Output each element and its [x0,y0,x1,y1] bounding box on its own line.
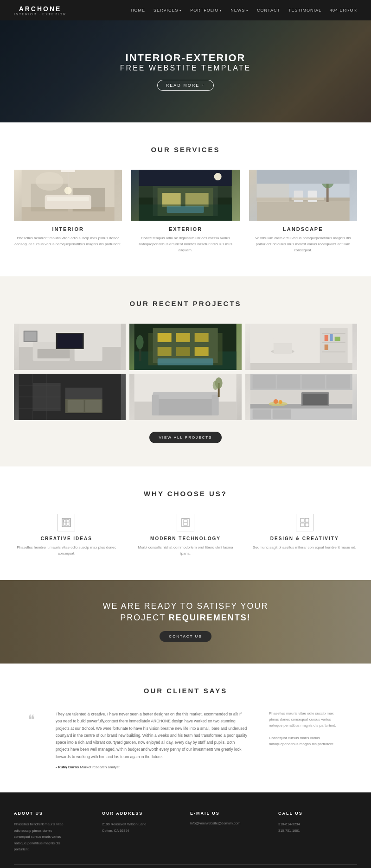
site-footer: ABOUT US Phasellus hendrerit mauris vita… [0,792,371,868]
nav-news[interactable]: NEWS [230,8,249,13]
nav-contact[interactable]: CONTACT [257,8,280,13]
services-grid: INTERIOR Phasellus hendrerit mauris vita… [14,170,357,253]
cta-text-line2: PROJECT REQUIREMENTS! [102,613,268,623]
svg-rect-99 [302,394,327,405]
svg-rect-7 [61,170,75,172]
hero-subtitle: FREE WEBSTITE TEMPLATE [120,64,251,72]
svg-rect-23 [294,191,303,202]
cta-section: WE ARE READY TO SATISFY YOUR PROJECT REQ… [0,580,371,664]
svg-rect-6 [47,197,89,201]
service-interior-name: INTERIOR [14,226,122,232]
testimonial-sidebar: Phasellus mauris vitae odio suscip max p… [260,711,343,754]
svg-rect-60 [334,337,340,341]
svg-rect-113 [305,523,309,527]
svg-rect-29 [256,170,349,184]
testimonial-author: - Ruby Burns Market research analyst [56,765,248,769]
why-title: WHY CHOOSE US? [14,490,357,498]
testimonial-title: OUR CLIENT SAYS [28,687,343,695]
project-item-5[interactable] [129,374,241,420]
projects-title: OUR RECENT PROJECTS [14,300,357,307]
project-item-4[interactable] [14,374,126,420]
svg-rect-38 [25,332,37,341]
footer-about-content: Phasellus hendrerit mauris vitae odio su… [14,821,93,853]
svg-rect-110 [301,518,304,522]
svg-rect-92 [301,375,325,389]
svg-rect-36 [58,334,83,348]
projects-section: OUR RECENT PROJECTS [0,276,371,466]
service-interior-image [14,170,122,221]
svg-rect-44 [176,333,190,342]
testimonial-quote: They are talented & creative. I have nev… [56,711,248,760]
svg-rect-56 [322,342,345,343]
design-creativity-icon [296,514,313,531]
svg-rect-105 [67,520,69,525]
footer-email-title: E-MAIL US [190,811,269,816]
service-interior-desc: Phasellus hendrerit mauris vitae odio su… [14,236,122,248]
svg-rect-72 [85,400,102,412]
testimonial-side-desc-1: Phasellus mauris vitae odio suscip max p… [269,711,343,728]
why-design-title: DESIGN & CREATIVITY [252,536,357,541]
project-item-6[interactable] [245,374,357,420]
svg-point-3 [36,172,64,191]
svg-rect-64 [272,338,293,343]
service-landscape-name: LANDSCAPE [249,226,357,232]
svg-point-100 [269,402,287,406]
svg-rect-45 [195,333,209,342]
nav-services[interactable]: SERVICES [154,8,182,13]
why-choose-us-section: WHY CHOOSE US? CREATIVE IDEAS Phasellus … [0,466,371,580]
why-item-design: DESIGN & CREATIVITY Sedmunc sagit phasel… [252,514,357,557]
svg-rect-48 [195,347,209,356]
project-item-3[interactable] [245,324,357,370]
testimonial-main: They are talented & creative. I have nev… [56,711,248,769]
nav-404[interactable]: 404 ERROR [330,8,357,13]
hero-content: INTERIOR-EXTERIOR FREE WEBSTITE TEMPLATE… [120,52,251,91]
why-technology-title: MODERN TECHNOLOGY [133,536,238,541]
svg-rect-57 [322,351,345,352]
service-landscape-desc: Vestibulum diam arcu varius natoquepenat… [249,236,357,253]
view-all-projects-button[interactable]: VIEW ALL PROJECTS [149,432,221,443]
svg-rect-83 [212,395,219,415]
footer-about-title: ABOUT US [14,811,93,816]
nav-portfolio[interactable]: PORTFOLIO [190,8,222,13]
footer-email: E-MAIL US info@yourwebsite@domain.com [190,811,269,853]
footer-grid: ABOUT US Phasellus hendrerit mauris vita… [14,811,357,853]
footer-phone: CALL US 310-614-3234 310-751-1661 [278,811,357,853]
cta-text-line1: WE ARE READY TO SATISFY YOUR [102,601,268,611]
service-exterior-name: EXTERIOR [131,226,239,232]
svg-rect-96 [252,409,271,419]
cta-project-label: PROJECT [120,613,166,622]
modern-technology-icon [177,514,194,531]
svg-rect-25 [291,198,324,200]
hero-read-more-button[interactable]: READ MORE + [157,80,214,91]
svg-rect-93 [326,375,350,389]
project-item-2[interactable] [129,324,241,370]
why-item-technology: MODERN TECHNOLOGY Morbi consalis nisl at… [133,514,238,557]
service-landscape-image [249,170,357,221]
footer-email-address[interactable]: info@yourwebsite@domain.com [190,821,269,825]
svg-point-9 [64,187,72,194]
why-creative-title: CREATIVE IDEAS [14,536,119,541]
svg-rect-46 [158,347,172,356]
svg-rect-82 [152,395,159,415]
nav-home[interactable]: HOME [131,8,145,13]
nav-testimonial[interactable]: TESTIMONIAL [288,8,321,13]
logo[interactable]: ARCHONE INTERIOR · EXTERIOR [14,5,66,16]
quote-mark-icon: ❝ [28,711,44,726]
services-section: OUR SERVICES INTERIOR [0,122,371,276]
creative-ideas-icon [58,514,75,531]
svg-point-51 [136,335,144,349]
why-grid: CREATIVE IDEAS Phasellus hendrerit mauri… [14,514,357,557]
svg-rect-17 [167,206,204,213]
svg-rect-65 [250,363,352,370]
svg-rect-91 [277,375,300,389]
svg-rect-34 [38,349,70,358]
footer-address-content: 2199 Roosevelt Wilson Lane Colton, CA 92… [102,821,181,834]
why-technology-desc: Morbi consalis nisl at commodo lem orut … [133,545,238,557]
projects-grid [14,324,357,420]
footer-address: OUR ADDRESS 2199 Roosevelt Wilson Lane C… [102,811,181,853]
svg-rect-104 [64,520,66,525]
project-item-1[interactable] [14,324,126,370]
svg-rect-47 [176,347,190,356]
footer-bottom: © Copyright 2015 f t in g+ [14,864,357,868]
cta-contact-button[interactable]: CONTACT US [160,631,211,642]
